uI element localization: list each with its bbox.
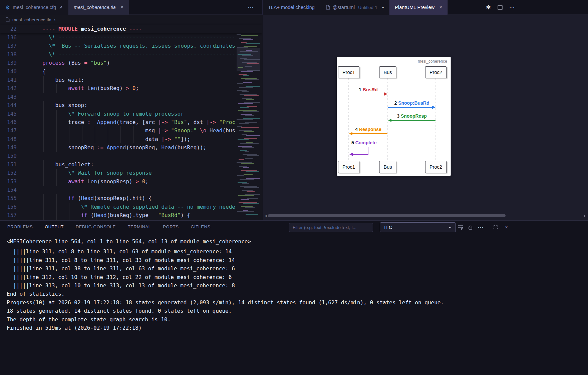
- message-label-busrd: 1 BusRd: [349, 87, 388, 92]
- line-number: 156: [0, 203, 17, 211]
- openai-icon[interactable]: ✻: [486, 4, 491, 11]
- more-icon[interactable]: ⋯: [509, 4, 515, 11]
- tab-label: PlantUML Preview: [395, 5, 434, 10]
- line-number: 157: [0, 211, 17, 219]
- scrollbar-thumb[interactable]: [268, 214, 506, 217]
- tab-mesi-coherence-cfg[interactable]: ⚙mesi_coherence.cfg: [0, 0, 68, 15]
- tab-suffix: Untitled-1: [358, 5, 377, 10]
- lock-icon[interactable]: [468, 225, 473, 230]
- file-icon: [5, 17, 10, 22]
- output-line: ||||line 312, col 10 to line 312, col 22…: [7, 273, 588, 281]
- code-line: 138 \* ---------------------------------…: [0, 50, 235, 59]
- message-label-response: 4 Response: [349, 127, 388, 132]
- panel-tabs: PROBLEMSOUTPUTDEBUG CONSOLETERMINALPORTS…: [7, 221, 211, 234]
- tab-startuml[interactable]: @startumlUntitled-1●: [320, 0, 390, 15]
- word-wrap-icon[interactable]: [458, 225, 463, 230]
- code-line: 148data |-> ""]);: [0, 135, 235, 143]
- code-line: 141bus_wait:: [0, 76, 235, 84]
- line-number: 138: [0, 50, 17, 59]
- message-text: SnoopResp: [401, 113, 427, 119]
- line-number: 144: [0, 101, 17, 109]
- code-line: 154: [0, 186, 235, 194]
- output-filter-input[interactable]: [289, 223, 373, 232]
- panel-tab-ports[interactable]: PORTS: [163, 221, 179, 234]
- code-line: 142await Len(busReq) > 0;: [0, 84, 235, 92]
- code-lines[interactable]: 136 \* ---------------------------------…: [0, 33, 235, 220]
- close-icon[interactable]: ×: [505, 224, 508, 230]
- close-icon[interactable]: ×: [439, 4, 442, 10]
- code-line: 136 \* ---------------------------------…: [0, 33, 235, 42]
- panel-tab-terminal[interactable]: TERMINAL: [128, 221, 151, 234]
- close-icon[interactable]: ×: [120, 4, 123, 10]
- participant-proc1-top: Proc1: [338, 66, 359, 78]
- message-number: 5: [351, 140, 355, 145]
- gear-icon: ⚙: [5, 4, 10, 11]
- split-editor-icon[interactable]: [498, 5, 503, 10]
- tab-tla-model-checking[interactable]: TLA+ model checking: [263, 0, 320, 15]
- breadcrumb: mesi_coherence.tla › ...: [0, 15, 262, 25]
- panel-actions: ⋯×: [458, 221, 508, 234]
- message-text: BusRd: [363, 87, 378, 92]
- line-number: 149: [0, 143, 17, 152]
- panel-tab-gitlens[interactable]: GITLENS: [191, 221, 210, 234]
- message-number: 4: [355, 127, 359, 132]
- tab-plantuml-preview[interactable]: PlantUML Preview×: [389, 0, 448, 15]
- minimap[interactable]: [237, 33, 260, 218]
- line-number: 143: [0, 93, 17, 101]
- line-number: 140: [0, 67, 17, 76]
- more-icon[interactable]: ⋯: [478, 224, 484, 231]
- code-line: 146trace := Append(trace, [src |-> "Bus"…: [0, 118, 235, 126]
- code-line: 152\* Wait for snoop response: [0, 169, 235, 177]
- left-tab-group: ⚙mesi_coherence.cfgmesi_coherence.tla×: [0, 0, 129, 15]
- participant-proc2-top: Proc2: [425, 66, 447, 78]
- code-editor[interactable]: mesi_coherence.tla › ... 22---- MODULE m…: [0, 15, 262, 220]
- horizontal-scrollbar[interactable]: ◂ ▸: [263, 213, 587, 218]
- right-editor-actions: ✻⋯: [486, 0, 515, 15]
- more-icon[interactable]: ⋯: [248, 4, 254, 11]
- panel-tab-debug-console[interactable]: DEBUG CONSOLE: [76, 221, 116, 234]
- output-channel-select[interactable]: TLC: [380, 222, 456, 232]
- line-number: 150: [0, 152, 17, 160]
- line-number: 146: [0, 118, 17, 126]
- panel-tab-problems[interactable]: PROBLEMS: [7, 221, 33, 234]
- scroll-left-arrow-icon[interactable]: ◂: [263, 213, 268, 218]
- code-line: 143: [0, 93, 235, 101]
- tab-mesi-coherence-tla[interactable]: mesi_coherence.tla×: [68, 0, 129, 15]
- code-line: 137 \* Bus -- Serialises requests, issue…: [0, 42, 235, 50]
- line-number: 136: [0, 33, 17, 42]
- output-log: <MESICoherence line 564, col 1 to line 5…: [0, 234, 588, 332]
- bottom-panel: PROBLEMSOUTPUTDEBUG CONSOLETERMINALPORTS…: [0, 220, 588, 375]
- line-number: 153: [0, 177, 17, 186]
- breadcrumb-more[interactable]: ...: [58, 17, 62, 22]
- right-tab-group: TLA+ model checking@startumlUntitled-1●P…: [262, 0, 448, 15]
- line-number: 145: [0, 110, 17, 118]
- output-line: |||||line 311, col 38 to line 311, col 6…: [7, 264, 588, 273]
- plantuml-preview-panel: mesi_coherence Proc1Proc1BusBusProc2Proc…: [263, 15, 588, 220]
- line-number: 154: [0, 186, 17, 194]
- code-line: 22---- MODULE mesi_coherence ----: [0, 25, 262, 33]
- code-line: 156\* Remote cache supplied data -- no m…: [0, 203, 235, 211]
- line-number: 142: [0, 84, 17, 92]
- message-number: 2: [394, 100, 398, 106]
- pin-icon[interactable]: [59, 5, 63, 9]
- message-number: 1: [359, 87, 363, 92]
- panel-tab-output[interactable]: OUTPUT: [45, 221, 63, 234]
- tab-label: TLA+ model checking: [268, 5, 315, 10]
- panel-header: PROBLEMSOUTPUTDEBUG CONSOLETERMINALPORTS…: [0, 221, 588, 234]
- editor-tab-bar: ⚙mesi_coherence.cfgmesi_coherence.tla× ⋯…: [0, 0, 588, 15]
- breadcrumb-file[interactable]: mesi_coherence.tla: [12, 17, 51, 22]
- tab-label: mesi_coherence.cfg: [13, 5, 56, 10]
- line-number: 22: [0, 25, 17, 33]
- chevron-down-icon: [448, 225, 452, 229]
- sticky-scroll-line[interactable]: 22---- MODULE mesi_coherence ----: [0, 25, 262, 33]
- code-line: 145\* Forward snoop to remote processor: [0, 110, 235, 118]
- modified-dot-icon: ●: [382, 6, 384, 9]
- line-number: 151: [0, 160, 17, 169]
- code-line: 153await Len(snoopResp) > 0;: [0, 177, 235, 186]
- code-line: 150: [0, 152, 235, 160]
- scroll-right-arrow-icon[interactable]: ▸: [583, 213, 587, 218]
- maximize-icon[interactable]: [493, 225, 498, 230]
- message-label-complete: 5 Complete: [351, 140, 376, 145]
- code-line: 157if (Head(busReq).type = "BusRd") {: [0, 211, 235, 219]
- participant-proc1-bottom: Proc1: [338, 161, 359, 173]
